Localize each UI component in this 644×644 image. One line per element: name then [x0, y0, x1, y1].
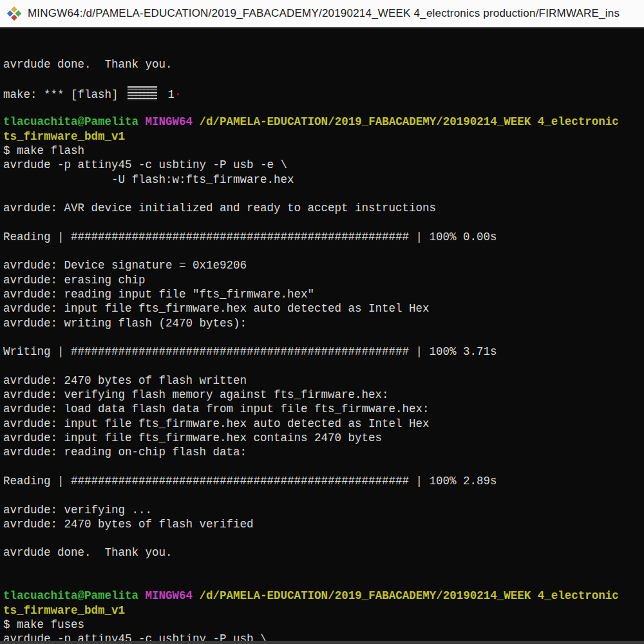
terminal-line: avrdude: load data flash data from input…: [3, 402, 644, 416]
terminal-line: [3, 244, 644, 258]
terminal-line: avrdude: input file fts_firmware.hex con…: [3, 431, 644, 445]
terminal-text-yellow: ts_firmware_bdm_v1: [3, 130, 125, 143]
terminal-text: make: *** [flash]: [3, 88, 125, 100]
terminal-text-yellow: /d/PAMELA-EDUCATION/2019_FABACADEMY/2019…: [200, 115, 619, 128]
terminal-text: avrdude: reading on-chip flash data:: [3, 446, 247, 459]
terminal-line: tlacuachita@Pamelita MINGW64 /d/PAMELA-E…: [3, 589, 644, 603]
terminal-text: avrdude done. Thank you.: [3, 58, 173, 71]
terminal-line: avrdude done. Thank you.: [3, 57, 644, 71]
terminal-line: Writing | ##############################…: [3, 345, 644, 359]
terminal-text: $ make flash: [3, 144, 84, 157]
terminal-line: [3, 187, 644, 201]
terminal-line: avrdude: AVR device initialized and read…: [3, 201, 644, 215]
terminal-line: avrdude: writing flash (2470 bytes):: [3, 316, 644, 330]
terminal-line: avrdude: verifying flash memory against …: [3, 388, 644, 402]
terminal-text: avrdude: input file fts_firmware.hex aut…: [3, 417, 430, 430]
terminal-text: avrdude: input file fts_firmware.hex con…: [3, 431, 382, 444]
terminal-text-magenta: MINGW64: [146, 589, 193, 602]
terminal-text: Reading | ##############################…: [3, 231, 497, 243]
garbled-output-block: [128, 86, 157, 100]
terminal-line: avrdude: 2470 bytes of flash verified: [3, 517, 644, 531]
terminal-text-yellow: /d/PAMELA-EDUCATION/2019_FABACADEMY/2019…: [200, 589, 619, 602]
terminal-line: avrdude: reading input file "fts_firmwar…: [3, 287, 644, 301]
terminal-line: [3, 531, 644, 545]
terminal-text: [138, 589, 146, 602]
terminal-text: avrdude: writing flash (2470 bytes):: [3, 317, 247, 330]
terminal-line: ts_firmware_bdm_v1: [3, 603, 644, 618]
terminal-text: avrdude: 2470 bytes of flash verified: [3, 518, 254, 531]
terminal-line: [3, 330, 644, 345]
terminal-line: avrdude -p attiny45 -c usbtiny -P usb -e…: [3, 158, 644, 172]
terminal-text: -U flash:w:fts_firmware.hex: [3, 173, 294, 186]
terminal-line: [3, 488, 644, 502]
terminal-text: avrdude: reading input file "fts_firmwar…: [3, 288, 314, 301]
terminal-text: avrdude: verifying flash memory against …: [3, 388, 389, 401]
terminal-line: avrdude: input file fts_firmware.hex aut…: [3, 417, 644, 431]
terminal-text: 1: [161, 88, 175, 100]
terminal-line: [3, 460, 644, 474]
terminal-line: avrdude: Device signature = 0x1e9206: [3, 258, 644, 272]
terminal-line: [3, 216, 644, 230]
terminal-text: [193, 115, 200, 128]
terminal-line: avrdude done. Thank you.: [3, 545, 644, 560]
terminal-line: $ make flash: [3, 144, 644, 158]
mingw64-msys-diamond-icon[interactable]: [6, 6, 22, 21]
terminal-text: avrdude: erasing chip: [3, 274, 146, 287]
terminal-line: avrdude: 2470 bytes of flash written: [3, 374, 644, 388]
terminal-text-magenta: MINGW64: [146, 115, 193, 128]
terminal-text-red: ·: [175, 88, 182, 100]
terminal-line: avrdude: input file fts_firmware.hex aut…: [3, 301, 644, 316]
terminal-text: avrdude: Device signature = 0x1e9206: [3, 259, 247, 272]
window-bottom-border: [0, 641, 644, 644]
terminal-text-green: tlacuachita@Pamelita: [3, 589, 138, 602]
terminal-line: make: *** [flash] 1·: [3, 86, 644, 100]
terminal-line: Reading | ##############################…: [3, 474, 644, 488]
terminal-line: avrdude: erasing chip: [3, 273, 644, 287]
terminal-line: [3, 72, 644, 86]
terminal-text: $ make fuses: [3, 618, 84, 631]
terminal-line: [3, 43, 644, 57]
title-bar[interactable]: MINGW64:/d/PAMELA-EDUCATION/2019_FABACAD…: [0, 0, 644, 28]
terminal-line: tlacuachita@Pamelita MINGW64 /d/PAMELA-E…: [3, 115, 644, 129]
terminal-text-green: tlacuachita@Pamelita: [3, 115, 138, 128]
terminal-text: [193, 589, 200, 602]
terminal-line: [3, 100, 644, 115]
terminal-text: avrdude: AVR device initialized and read…: [3, 202, 436, 214]
terminal-text: avrdude: load data flash data from input…: [3, 402, 430, 415]
terminal-line: [3, 560, 644, 574]
terminal-text: avrdude -p attiny45 -c usbtiny -P usb -e…: [3, 158, 287, 171]
window-title: MINGW64:/d/PAMELA-EDUCATION/2019_FABACAD…: [28, 7, 644, 20]
terminal-line: Reading | ##############################…: [3, 230, 644, 244]
terminal-text: [138, 115, 146, 128]
terminal-text: avrdude: verifying ...: [3, 504, 152, 516]
terminal-line: $ make fuses: [3, 618, 644, 632]
terminal-line: avrdude: verifying ...: [3, 503, 644, 517]
terminal-line: avrdude: reading on-chip flash data:: [3, 445, 644, 459]
terminal-line: -U flash:w:fts_firmware.hex: [3, 173, 644, 187]
terminal-text-yellow: ts_firmware_bdm_v1: [3, 604, 125, 617]
terminal-text: avrdude done. Thank you.: [3, 546, 173, 559]
terminal-line: [3, 359, 644, 374]
terminal-text: Writing | ##############################…: [3, 345, 497, 358]
terminal-text: avrdude: 2470 bytes of flash written: [3, 374, 247, 387]
terminal-screen[interactable]: avrdude done. Thank you.make: *** [flash…: [0, 30, 644, 644]
terminal-text: avrdude: input file fts_firmware.hex aut…: [3, 302, 430, 315]
terminal-line: ts_firmware_bdm_v1: [3, 129, 644, 144]
terminal-line: [3, 574, 644, 589]
terminal-text: Reading | ##############################…: [3, 475, 497, 488]
